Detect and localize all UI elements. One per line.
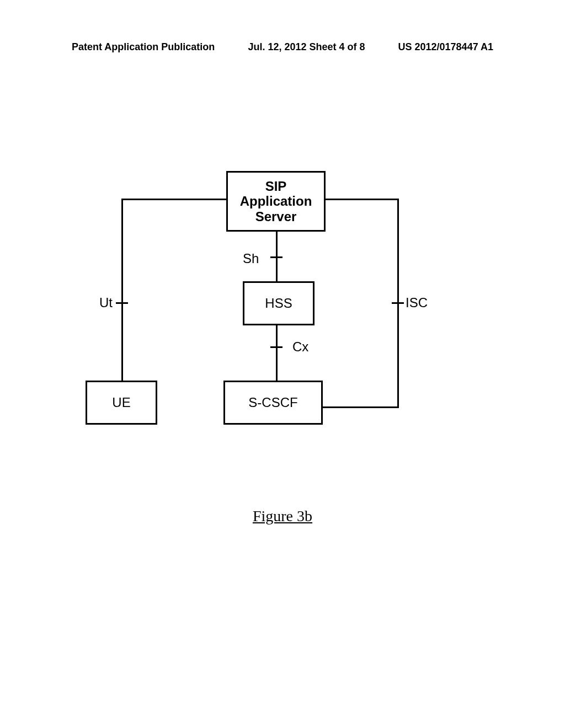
box-scscf-label: S-CSCF (248, 395, 297, 410)
interface-label-cx: Cx (292, 339, 308, 355)
connection-isc-horizontal-top (326, 199, 397, 200)
connection-isc-horizontal-bottom (323, 406, 399, 408)
box-ue: UE (86, 381, 157, 425)
box-ue-label: UE (112, 395, 130, 410)
box-scscf: S-CSCF (223, 381, 323, 425)
interface-label-isc: ISC (406, 295, 428, 311)
tick-isc (392, 302, 404, 304)
tick-ut (116, 302, 128, 304)
figure-caption: Figure 3b (0, 507, 565, 525)
header-publication-number: US 2012/0178447 A1 (398, 41, 493, 53)
box-sip-application-server: SIP Application Server (226, 171, 326, 232)
connection-cx (276, 325, 278, 381)
box-hss-label: HSS (265, 296, 292, 311)
architecture-diagram: SIP Application Server HSS S-CSCF UE Sh … (72, 171, 458, 447)
header-date-sheet: Jul. 12, 2012 Sheet 4 of 8 (248, 41, 365, 53)
connection-ut-vertical (121, 199, 123, 381)
box-sip-label: SIP Application Server (240, 179, 312, 224)
interface-label-sh: Sh (243, 251, 259, 266)
connection-ut-horizontal (121, 199, 226, 200)
tick-sh (270, 256, 282, 258)
interface-label-ut: Ut (99, 295, 113, 311)
tick-cx (270, 346, 282, 348)
header-publication-type: Patent Application Publication (72, 41, 215, 53)
box-hss: HSS (243, 281, 315, 325)
page-header: Patent Application Publication Jul. 12, … (0, 41, 565, 53)
